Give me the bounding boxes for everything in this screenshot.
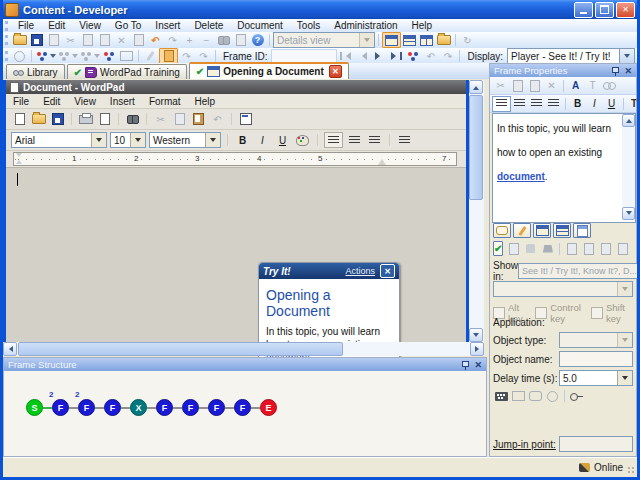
resize-grip[interactable] xyxy=(627,466,636,475)
italic-button[interactable]: I xyxy=(254,133,271,147)
wordpad-menu-help[interactable]: Help xyxy=(188,95,223,108)
bold-button[interactable]: B xyxy=(569,97,586,111)
key-action-button[interactable] xyxy=(568,389,585,403)
frame-node-s-0[interactable]: S xyxy=(26,399,43,416)
menu-view[interactable]: View xyxy=(72,19,108,32)
menu-document[interactable]: Document xyxy=(230,19,290,32)
previous-frame-button[interactable] xyxy=(354,49,371,63)
scroll-down-button[interactable] xyxy=(622,207,635,220)
bullets-button[interactable] xyxy=(396,133,413,147)
doc-up-button[interactable] xyxy=(614,242,631,256)
align-right-button[interactable] xyxy=(528,97,545,111)
collapse-button[interactable]: − xyxy=(198,33,215,47)
scroll-right-button[interactable] xyxy=(470,342,484,356)
frame-node-f-1[interactable]: F2 xyxy=(52,399,69,416)
frame-node-x-4[interactable]: X xyxy=(130,399,147,416)
tab-wordpad-training[interactable]: ✔ WordPad Training xyxy=(67,64,187,79)
underline-button[interactable]: U xyxy=(603,97,620,111)
actions-link[interactable]: Actions xyxy=(345,266,375,276)
wordpad-new-button[interactable] xyxy=(11,112,28,126)
layout-details-button[interactable] xyxy=(382,32,401,48)
copy-button[interactable] xyxy=(79,33,96,47)
align-center-button[interactable] xyxy=(511,97,528,111)
menu-delete[interactable]: Delete xyxy=(187,19,230,32)
next-frame-button[interactable] xyxy=(371,49,388,63)
bubble-style-button-4[interactable] xyxy=(553,223,571,238)
wordpad-print-button[interactable] xyxy=(77,112,94,126)
tab-opening-a-document[interactable]: ✔ Opening a Document ✕ xyxy=(189,62,349,79)
bubble-style-button-5[interactable] xyxy=(573,223,591,238)
wordpad-datetime-button[interactable] xyxy=(237,112,254,126)
cut-button[interactable]: ✂ xyxy=(62,33,79,47)
export-button[interactable] xyxy=(435,33,452,47)
jump-in-field[interactable] xyxy=(559,436,633,452)
frame-node-f-2[interactable]: F2 xyxy=(78,399,95,416)
font-size-dropdown[interactable]: 10 xyxy=(110,132,146,148)
align-center-button[interactable] xyxy=(346,133,363,147)
delete-button[interactable]: ✕ xyxy=(113,33,130,47)
screenshot-button[interactable] xyxy=(159,48,178,64)
horizontal-scroll-thumb[interactable] xyxy=(18,342,343,356)
fill-button[interactable] xyxy=(539,242,556,256)
tooltip-button[interactable] xyxy=(527,389,544,403)
wordpad-menu-insert[interactable]: Insert xyxy=(103,95,142,108)
frame-node-e-9[interactable]: E xyxy=(260,399,277,416)
wordpad-menu-view[interactable]: View xyxy=(67,95,103,108)
document-link[interactable]: document xyxy=(497,171,545,182)
wordpad-copy-button[interactable] xyxy=(171,112,188,126)
menu-help[interactable]: Help xyxy=(405,19,440,32)
paste-frame-button[interactable] xyxy=(580,242,597,256)
tab-close-button[interactable]: ✕ xyxy=(329,65,342,78)
cut-button[interactable]: ✂ xyxy=(492,79,509,93)
bubble-style-button-2[interactable] xyxy=(513,223,531,238)
bubble-style-button-3[interactable] xyxy=(533,223,551,238)
refresh-button[interactable]: ↻ xyxy=(459,33,476,47)
wordpad-undo-button[interactable]: ↶ xyxy=(209,112,226,126)
wordpad-save-button[interactable] xyxy=(49,112,66,126)
forward-button[interactable]: ↷ xyxy=(439,49,456,63)
print-button[interactable] xyxy=(45,33,62,47)
menu-administration[interactable]: Administration xyxy=(327,19,404,32)
last-frame-button[interactable] xyxy=(388,49,405,63)
find-button[interactable] xyxy=(215,33,232,47)
delete-button[interactable]: ✕ xyxy=(543,79,560,93)
details-view-dropdown[interactable]: Details view xyxy=(273,32,375,48)
timer-button[interactable] xyxy=(544,389,561,403)
frame-node-f-3[interactable]: F xyxy=(104,399,121,416)
ruler-bar[interactable]: 1 2 3 4 5 6 7 xyxy=(13,152,457,166)
font-color-button[interactable] xyxy=(294,133,311,147)
close-button[interactable]: ✕ xyxy=(616,2,635,18)
frame-node-f-5[interactable]: F xyxy=(156,399,173,416)
spellcheck-button[interactable] xyxy=(232,33,249,47)
paste-button[interactable] xyxy=(96,33,113,47)
try-it-close-button[interactable]: ✕ xyxy=(380,264,395,278)
keyboard-input-button[interactable] xyxy=(493,389,510,403)
scroll-up-button[interactable] xyxy=(469,80,483,94)
fit-text-button[interactable]: T xyxy=(584,79,601,93)
doc-button[interactable] xyxy=(597,242,614,256)
right-indent-marker[interactable] xyxy=(378,155,386,165)
wordpad-open-button[interactable] xyxy=(30,112,47,126)
left-indent-marker[interactable] xyxy=(16,153,23,164)
frame-node-f-8[interactable]: F xyxy=(234,399,251,416)
delay-time-dropdown[interactable]: 5.0 xyxy=(559,370,633,386)
auto-text-button[interactable]: A xyxy=(631,242,640,256)
font-button[interactable]: A xyxy=(567,79,584,93)
text-effects-button[interactable]: T xyxy=(627,97,640,111)
recapture-all-button[interactable]: ↷ xyxy=(195,49,212,63)
menu-goto[interactable]: Go To xyxy=(108,19,149,32)
bold-button[interactable]: B xyxy=(234,133,251,147)
region-button[interactable] xyxy=(510,389,527,403)
object-type-dropdown[interactable] xyxy=(559,332,633,348)
underline-button[interactable]: U xyxy=(274,133,291,147)
layout-horizontal-button[interactable] xyxy=(401,33,418,47)
drag-button[interactable] xyxy=(522,242,539,256)
wordpad-preview-button[interactable] xyxy=(96,112,113,126)
paste-button[interactable] xyxy=(526,79,543,93)
align-right-button[interactable] xyxy=(366,133,383,147)
editor-scrollbar[interactable] xyxy=(622,114,635,220)
vertical-scrollbar[interactable] xyxy=(469,80,484,342)
wordpad-menu-format[interactable]: Format xyxy=(142,95,188,108)
align-justify-button[interactable] xyxy=(545,97,562,111)
insert-jump-button[interactable] xyxy=(79,49,101,63)
